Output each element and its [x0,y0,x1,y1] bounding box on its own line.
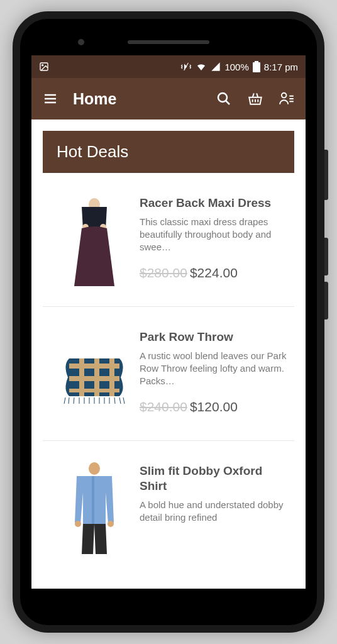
svg-point-43 [75,521,81,527]
signal-icon [211,62,221,72]
vibrate-icon [180,61,192,72]
svg-point-41 [89,462,100,475]
svg-point-12 [282,93,287,98]
svg-rect-26 [109,358,114,396]
svg-rect-42 [92,476,94,524]
product-description: This classic maxi dress drapes beautiful… [140,216,292,254]
status-bar: 100% 8:17 pm [31,55,306,78]
product-list[interactable]: Racer Back Maxi Dress This classic maxi … [43,173,294,574]
section-header: Hot Deals [43,131,294,173]
product-thumbnail [60,461,128,554]
account-button[interactable] [278,90,296,108]
app-bar: Home [31,78,306,119]
image-icon [39,62,49,72]
product-item[interactable]: Racer Back Maxi Dress This classic maxi … [43,188,294,306]
product-thumbnail [60,193,128,286]
svg-point-1 [42,65,43,66]
new-price: $120.00 [190,399,238,414]
search-button[interactable] [215,90,233,108]
old-price: $240.00 [140,399,187,414]
product-title: Racer Back Maxi Dress [140,196,292,211]
content-area: Hot Deals [31,119,306,589]
basket-button[interactable] [246,90,264,108]
svg-rect-25 [94,358,99,396]
clock-time: 8:17 pm [264,62,298,72]
battery-icon [253,61,260,72]
wifi-icon [196,61,207,72]
svg-rect-3 [255,61,258,62]
svg-line-8 [226,101,229,104]
page-title: Home [73,90,201,108]
product-title: Slim fit Dobby Oxford Shirt [140,464,292,494]
svg-rect-24 [79,358,84,396]
hamburger-menu-button[interactable] [41,90,59,108]
product-thumbnail [60,327,128,420]
product-item[interactable]: Park Row Throw A rustic wool blend leave… [43,306,294,440]
product-item[interactable]: Slim fit Dobby Oxford Shirt A bold hue a… [43,440,294,574]
product-description: A rustic wool blend leaves our Park Row … [140,350,292,388]
new-price: $224.00 [190,265,238,280]
battery-percentage: 100% [224,62,248,72]
old-price: $280.00 [140,265,187,280]
svg-point-7 [218,93,227,102]
svg-point-44 [108,521,114,527]
svg-rect-2 [253,62,260,72]
product-title: Park Row Throw [140,330,292,345]
product-description: A bold hue and understated dobby detail … [140,499,292,525]
